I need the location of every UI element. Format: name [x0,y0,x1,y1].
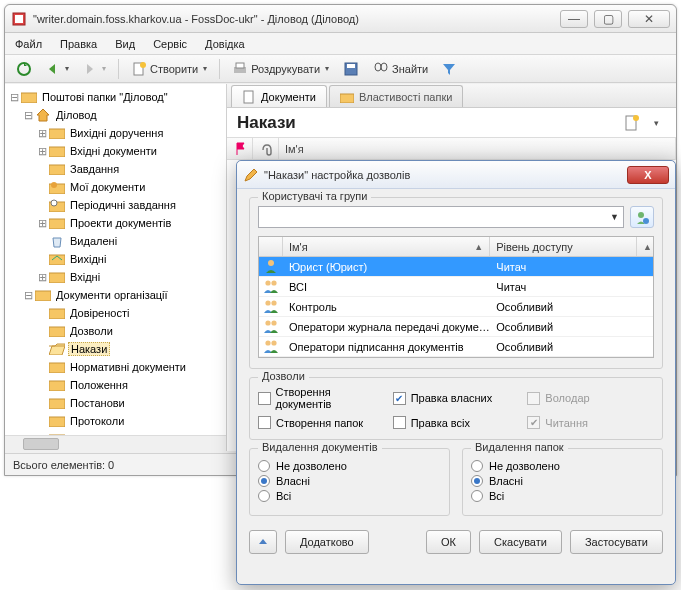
radio-docs-all[interactable]: Всі [258,490,441,502]
svg-point-16 [51,182,57,188]
tree-item[interactable]: Положення [68,379,130,391]
forward-button[interactable]: ▾ [78,58,111,80]
tree-item-selected[interactable]: Накази [68,342,110,356]
tree-item[interactable]: Дозволи [68,325,115,337]
tree-item[interactable]: Нормативні документи [68,361,188,373]
chk-edit-own[interactable]: ✔Правка власних [393,386,520,410]
folder-icon [49,377,65,393]
tree-item[interactable]: Видалені [68,235,119,247]
folder-icon [49,323,65,339]
dialog-close-button[interactable]: X [627,166,669,184]
tree-toggle[interactable]: ⊟ [21,108,35,122]
column-name[interactable]: Ім'я [279,138,676,159]
more-button[interactable]: Додатково [285,530,369,554]
new-doc-icon[interactable] [622,113,642,133]
svg-point-46 [271,340,276,345]
svg-point-9 [375,63,381,71]
tree-item[interactable]: Проекти документів [68,217,173,229]
grid-header[interactable]: Ім'я▲ Рівень доступу ▲ [259,237,653,257]
maximize-button[interactable]: ▢ [594,10,622,28]
sync-button[interactable] [11,58,37,80]
filter-button[interactable] [437,58,461,80]
tree-item[interactable]: Вхідні [68,271,102,283]
inbox-icon [49,269,65,285]
delete-docs-group: Видалення документів Не дозволено Власні… [249,448,450,516]
minimize-button[interactable]: — [560,10,588,28]
chk-create-folders[interactable]: Створення папок [258,416,385,429]
cancel-button[interactable]: Скасувати [479,530,562,554]
chevron-down-icon[interactable]: ▾ [646,113,666,133]
save-icon-button[interactable] [338,58,364,80]
tree-item[interactable]: Документи організації [54,289,170,301]
tree-item[interactable]: Завдання [68,163,121,175]
collapse-button[interactable] [249,530,277,554]
menu-view[interactable]: Вид [115,38,135,50]
tree-toggle[interactable]: ⊞ [35,144,49,158]
chk-create-docs[interactable]: Створення документів [258,386,385,410]
tree-item[interactable]: Постанови [68,397,127,409]
add-user-button[interactable] [630,206,654,228]
radio-folders-none[interactable]: Не дозволено [471,460,654,472]
tree-item[interactable]: Вихідні доручення [68,127,165,139]
tree-toggle[interactable]: ⊞ [35,216,49,230]
dialog-title-bar[interactable]: "Накази" настройка дозволів X [237,161,675,189]
tree-item[interactable]: Вхідні документи [68,145,159,157]
list-column-header[interactable]: Ім'я [227,138,676,160]
flag-icon [234,142,246,156]
svg-point-38 [268,260,274,266]
menu-help[interactable]: Довідка [205,38,245,50]
grid-row[interactable]: КонтрольОсобливий [259,297,653,317]
create-label: Створити [150,63,198,75]
svg-rect-13 [49,147,65,157]
radio-docs-own[interactable]: Власні [258,475,441,487]
folder-tree[interactable]: ⊟Поштові папки "Діловод" ⊟Діловод ⊞Вихід… [5,84,227,451]
create-button[interactable]: Створити▾ [126,58,212,80]
tree-item[interactable]: Періодичні завдання [68,199,178,211]
tree-item[interactable]: Діловод [54,109,99,121]
user-folder-icon [49,179,65,195]
svg-point-43 [265,320,270,325]
menu-edit[interactable]: Правка [60,38,97,50]
grid-row[interactable]: Оператори журнала передачі докуме…Особли… [259,317,653,337]
grid-row[interactable]: Оператори підписання документівОсобливий [259,337,653,357]
apply-button[interactable]: Застосувати [570,530,663,554]
horizontal-scrollbar[interactable] [5,435,226,451]
tree-item[interactable]: Довіреності [68,307,131,319]
grid-cell-level: Особливий [490,321,637,333]
grid-row[interactable]: ВСІЧитач [259,277,653,297]
radio-docs-none[interactable]: Не дозволено [258,460,441,472]
tree-toggle[interactable]: ⊞ [35,126,49,140]
svg-point-44 [271,320,276,325]
tree-toggle[interactable]: ⊟ [7,90,21,104]
col-name[interactable]: Ім'я [289,241,308,253]
radio-folders-own[interactable]: Власні [471,475,654,487]
tree-item[interactable]: Мої документи [68,181,147,193]
scrollbar-thumb[interactable] [23,438,59,450]
find-button[interactable]: Знайти [368,58,433,80]
svg-rect-6 [236,63,244,68]
col-level[interactable]: Рівень доступу [490,237,637,256]
grid-cell-name: ВСІ [283,281,490,293]
tab-documents[interactable]: Документи [231,85,327,107]
trash-icon [49,233,65,249]
tree-item[interactable]: Протоколи [68,415,126,427]
user-combo[interactable]: ▼ [258,206,624,228]
tree-toggle[interactable]: ⊟ [21,288,35,302]
tree-toggle[interactable]: ⊞ [35,270,49,284]
tree-item[interactable]: Вихідні [68,253,108,265]
back-button[interactable]: ▾ [41,58,74,80]
tab-folder-props[interactable]: Властивості папки [329,85,463,107]
chk-edit-all[interactable]: Правка всіх [393,416,520,429]
menu-service[interactable]: Сервіс [153,38,187,50]
ok-button[interactable]: ОК [426,530,471,554]
status-text: Всього елементів: 0 [13,459,114,471]
title-bar[interactable]: "writer.domain.foss.kharkov.ua - FossDoc… [5,5,676,33]
print-button[interactable]: Роздрукувати▾ [227,58,334,80]
radio-folders-all[interactable]: Всі [471,490,654,502]
delete-folders-legend: Видалення папок [471,441,568,453]
content-heading: Накази ▾ [227,108,676,138]
close-button[interactable]: ✕ [628,10,670,28]
grid-row[interactable]: Юрист (Юрист)Читач [259,257,653,277]
tree-root[interactable]: Поштові папки "Діловод" [40,91,170,103]
menu-file[interactable]: Файл [15,38,42,50]
